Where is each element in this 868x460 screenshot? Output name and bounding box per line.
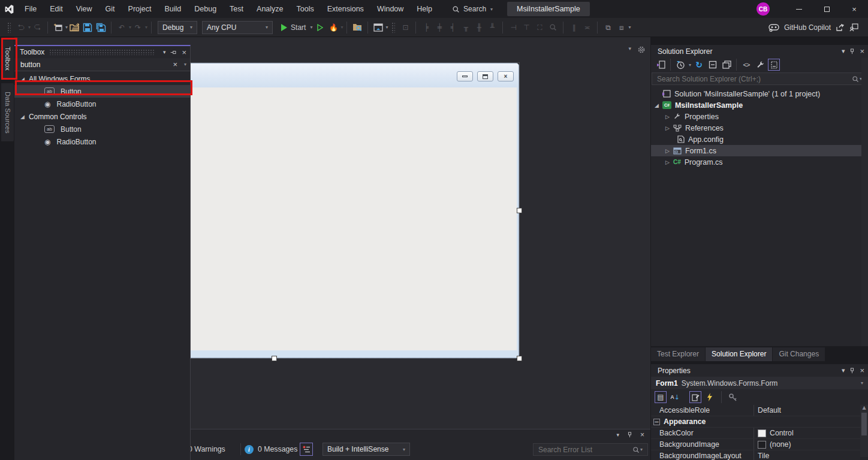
tab-git-changes[interactable]: Git Changes (773, 347, 825, 361)
auto-hide-pin-icon[interactable] (170, 49, 177, 56)
toolbox-header[interactable]: Toolbox ▾ × (14, 46, 190, 58)
search-options-icon[interactable]: ▾ (184, 62, 186, 67)
global-search-button[interactable]: Search ▾ (447, 0, 498, 18)
horizontal-spacing-icon[interactable]: ∥ (567, 20, 580, 35)
hot-reload-icon[interactable]: 🔥 (327, 20, 340, 35)
tab-test-explorer[interactable]: Test Explorer (651, 347, 705, 361)
property-value[interactable]: (none) (770, 440, 791, 449)
save-icon[interactable] (81, 20, 94, 35)
collapsed-arrow-icon[interactable]: ▷ (665, 159, 670, 165)
navigate-forward-icon[interactable]: ⮎ (31, 20, 44, 35)
search-options-icon[interactable]: ▾ (640, 447, 643, 452)
sidebar-tab-toolbox[interactable]: Toolbox (1, 38, 14, 80)
redo-icon[interactable]: ↷ (131, 20, 144, 35)
toolbox-item-button[interactable]: ab Button (14, 85, 190, 98)
menu-test[interactable]: Test (223, 0, 250, 18)
make-same-width-icon[interactable]: ⊣ (507, 20, 520, 35)
undo-icon[interactable]: ↶ (115, 20, 128, 35)
toolbox-group-common-controls[interactable]: ◢ Common Controls (14, 110, 190, 123)
snap-to-grid-icon[interactable]: ⊡ (399, 20, 412, 35)
pin-icon[interactable] (849, 367, 855, 374)
sidebar-tab-data-sources[interactable]: Data Sources (1, 83, 14, 141)
close-icon[interactable]: × (640, 431, 644, 439)
send-to-back-icon[interactable]: ⧈ (614, 20, 628, 35)
tree-item-form1[interactable]: ▷ Form1.cs (651, 145, 868, 156)
error-list-search-input[interactable] (538, 446, 632, 454)
property-value[interactable]: Control (770, 429, 794, 437)
category-row-appearance[interactable]: − Appearance (651, 416, 868, 428)
menu-analyze[interactable]: Analyze (250, 0, 290, 18)
menu-edit[interactable]: Edit (43, 0, 70, 18)
property-value[interactable]: Tile (754, 452, 868, 460)
scroll-up-icon[interactable]: ▲ (860, 405, 868, 410)
show-all-files-icon[interactable] (768, 59, 780, 71)
window-position-menu-icon[interactable]: ▾ (163, 49, 166, 55)
settings-gear-icon[interactable] (637, 46, 646, 54)
toolbox-item-button[interactable]: ab Button (14, 123, 190, 135)
property-pages-key-icon[interactable] (727, 391, 739, 403)
menu-file[interactable]: File (18, 0, 43, 18)
categorized-view-icon[interactable]: ▤ (655, 391, 667, 403)
close-icon[interactable]: × (860, 47, 864, 56)
tree-item-program[interactable]: ▷ C# Program.cs (651, 156, 868, 168)
multi-environment-filter-button[interactable] (300, 443, 313, 456)
open-folder-icon[interactable] (68, 20, 81, 35)
save-all-icon[interactable] (94, 20, 107, 35)
pin-icon[interactable] (626, 431, 633, 438)
property-row[interactable]: BackColor Control (651, 428, 868, 439)
tree-item-solution[interactable]: Solution 'MsiInstallerSample' (1 of 1 pr… (651, 88, 868, 99)
properties-view-icon[interactable] (689, 391, 701, 403)
menu-tools[interactable]: Tools (290, 0, 321, 18)
events-lightning-icon[interactable] (704, 391, 716, 403)
switch-views-icon[interactable] (655, 59, 667, 71)
tree-item-properties[interactable]: ▷ Properties (651, 111, 868, 122)
account-avatar[interactable]: CB (757, 2, 770, 16)
hot-reload-dropdown-icon[interactable]: ▾ (340, 25, 343, 30)
properties-scrollbar[interactable]: ▲ (860, 405, 868, 457)
properties-pages-icon[interactable] (721, 59, 733, 71)
toolbox-item-radiobutton[interactable]: ◉ RadioButton (14, 135, 190, 148)
menu-help[interactable]: Help (410, 0, 439, 18)
minimize-button[interactable] (785, 0, 813, 18)
toolbox-group-all-windows-forms[interactable]: ◢ All Windows Forms (14, 72, 190, 85)
align-bottoms-icon[interactable]: ╨ (486, 20, 499, 35)
toolbar-grip[interactable] (391, 22, 395, 33)
collapse-category-icon[interactable]: − (653, 419, 660, 425)
alphabetical-sort-icon[interactable]: A↓ (669, 391, 681, 403)
tree-item-project[interactable]: ◢ C# MsiInstallerSample (651, 99, 868, 111)
toolbar-options-icon[interactable]: ▾ (385, 25, 388, 30)
property-row[interactable]: AccessibleRole Default (651, 405, 868, 416)
align-rights-icon[interactable]: ╡ (446, 20, 459, 35)
filter-dropdown-icon[interactable]: ▾ (689, 62, 691, 68)
maximize-button[interactable] (813, 0, 840, 18)
menu-git[interactable]: Git (99, 0, 122, 18)
make-same-height-icon[interactable]: ⊤ (520, 20, 533, 35)
solution-platform-select[interactable]: Any CPU ▾ (202, 21, 273, 34)
make-same-size-icon[interactable]: ⛶ (533, 20, 546, 35)
pin-icon[interactable] (849, 48, 855, 55)
collapsed-arrow-icon[interactable]: ▷ (665, 114, 670, 120)
start-without-debugging-icon[interactable] (314, 20, 327, 35)
toolbar-grip[interactable] (7, 22, 11, 33)
send-feedback-icon[interactable] (849, 23, 858, 32)
error-list-menu-icon[interactable]: ▾ (616, 432, 619, 438)
error-source-filter-select[interactable]: Build + IntelliSense ▾ (323, 443, 410, 456)
expanded-arrow-icon[interactable]: ◢ (655, 102, 659, 108)
toolbox-search[interactable]: × ▾ (14, 58, 190, 71)
pending-changes-filter-icon[interactable] (674, 59, 686, 71)
property-row[interactable]: BackgroundImage (none) (651, 439, 868, 450)
zoom-icon[interactable] (546, 20, 559, 35)
collapsed-arrow-icon[interactable]: ▷ (665, 148, 670, 154)
solution-explorer-search-input[interactable] (657, 75, 852, 83)
find-in-files-icon[interactable] (351, 20, 364, 35)
error-list-search[interactable]: ▾ (533, 443, 648, 456)
active-files-dropdown-icon[interactable]: ▾ (628, 46, 631, 54)
navigate-back-icon[interactable]: ⮌ (14, 20, 28, 35)
align-centers-icon[interactable]: ╪ (433, 20, 446, 35)
window-position-menu-icon[interactable]: ▾ (842, 47, 845, 55)
view-code-icon[interactable]: <> (740, 59, 752, 71)
align-lefts-icon[interactable]: ╞ (420, 20, 433, 35)
menu-project[interactable]: Project (122, 0, 158, 18)
menu-build[interactable]: Build (158, 0, 188, 18)
bring-to-front-icon[interactable]: ⧉ (601, 20, 614, 35)
